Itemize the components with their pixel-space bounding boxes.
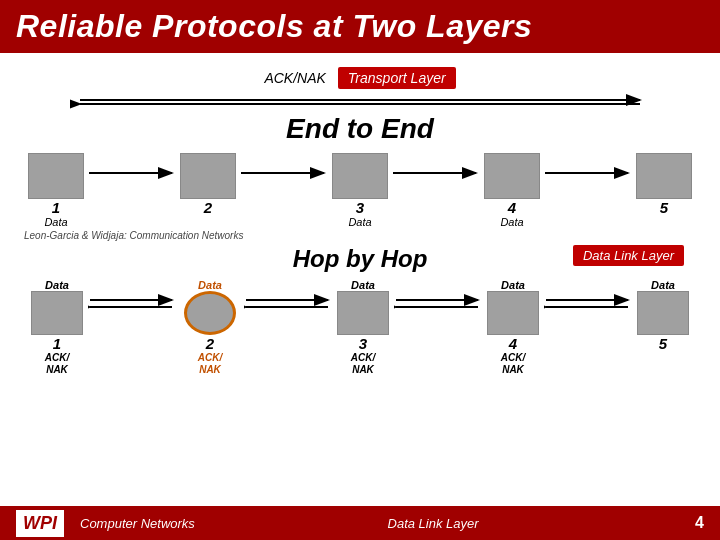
hop-node-3-data: Data: [351, 279, 375, 291]
node-4-num: 4: [508, 199, 516, 216]
arrow-4-5: [543, 163, 633, 183]
hop-node-1-num: 1: [53, 335, 61, 352]
hop-ack-4: ACK/NAK: [501, 352, 525, 376]
arrow-3-4: [391, 163, 481, 183]
end-to-end-label: End to End: [16, 113, 704, 145]
footer: WPI Computer Networks Data Link Layer 4: [0, 506, 720, 540]
node-4-data: Data: [500, 216, 523, 228]
footer-data-link-layer: Data Link Layer: [388, 516, 696, 531]
hop-arrow-1-2: [88, 293, 176, 315]
hop-node-4-data: Data: [501, 279, 525, 291]
hop-ack-2: ACK/NAK: [198, 352, 222, 376]
hop-arrow-3-4: [394, 293, 482, 315]
footer-computer-networks: Computer Networks: [80, 516, 388, 531]
node-1-num: 1: [52, 199, 60, 216]
node-5-num: 5: [660, 199, 668, 216]
content-area: ACK/NAK Transport Layer End to End: [0, 53, 720, 384]
credit-text: Leon-Garcia & Widjaja: Communication Net…: [24, 230, 704, 241]
hop-node-3-num: 3: [359, 335, 367, 352]
transport-layer-badge: Transport Layer: [338, 67, 456, 89]
end-to-end-arrow: [70, 91, 650, 109]
hop-node-5-num: 5: [659, 335, 667, 352]
hop-ack-3: ACK/NAK: [351, 352, 375, 376]
hop-ack-1: ACK/NAK: [45, 352, 69, 376]
arrow-2-3: [239, 163, 329, 183]
slide-title: Reliable Protocols at Two Layers: [0, 0, 720, 53]
hop-node-5-data: Data: [651, 279, 675, 291]
title-text: Reliable Protocols at Two Layers: [16, 8, 532, 44]
node-3-num: 3: [356, 199, 364, 216]
node-3-data: Data: [348, 216, 371, 228]
slide: Reliable Protocols at Two Layers ACK/NAK…: [0, 0, 720, 540]
node-2-num: 2: [204, 199, 212, 216]
node-1-data: Data: [44, 216, 67, 228]
arrow-1-2: [87, 163, 177, 183]
footer-page: 4: [695, 514, 704, 532]
wpi-logo: WPI: [16, 510, 64, 537]
hop-node-2-data: Data: [198, 279, 222, 291]
hop-node-2-num: 2: [206, 335, 214, 352]
hop-node-1-data: Data: [45, 279, 69, 291]
hop-arrow-2-3: [244, 293, 332, 315]
data-link-layer-badge: Data Link Layer: [573, 245, 684, 266]
ack-nak-label: ACK/NAK: [264, 70, 325, 86]
hop-arrow-4-5: [544, 293, 632, 315]
hop-node-4-num: 4: [509, 335, 517, 352]
